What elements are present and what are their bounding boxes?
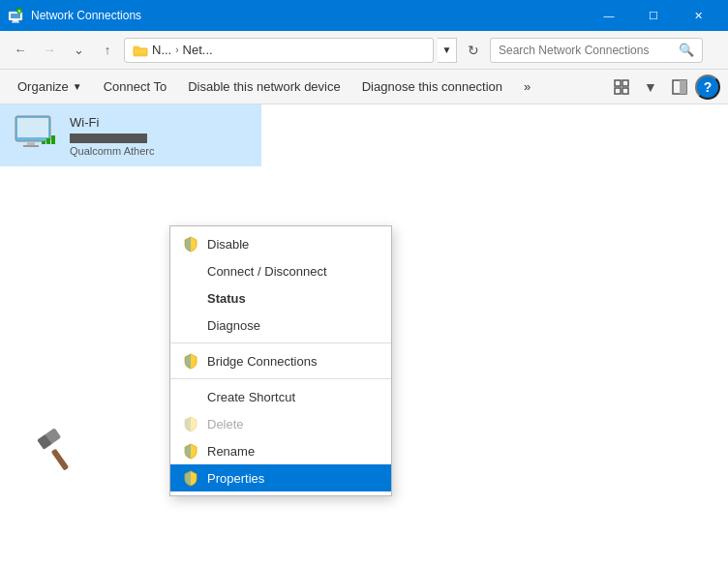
forward-button[interactable]: → <box>37 38 62 63</box>
wifi-icon-container <box>12 112 58 159</box>
down-arrow-button[interactable]: ⌄ <box>66 38 91 63</box>
menu-item-disable[interactable]: Disable <box>170 230 391 257</box>
up-button[interactable]: ↑ <box>95 38 120 63</box>
menu-separator-2 <box>170 378 391 379</box>
pc-icon <box>12 112 58 159</box>
menu-item-diagnose[interactable]: Diagnose <box>170 312 391 339</box>
menu-item-delete-label: Delete <box>207 417 244 431</box>
context-menu: Disable Connect / Disconnect Status Diag… <box>169 225 392 496</box>
hammer-icon <box>29 420 87 478</box>
menu-separator-1 <box>170 342 391 343</box>
wifi-ssid <box>70 134 147 143</box>
view-tiles-button[interactable] <box>608 74 635 101</box>
shield-icon-delete <box>182 415 199 432</box>
svg-rect-8 <box>622 80 628 86</box>
pane-button[interactable] <box>666 74 693 101</box>
title-bar-controls: — ☐ ✕ <box>587 0 720 31</box>
menu-item-connect-disconnect[interactable]: Connect / Disconnect <box>170 257 391 284</box>
menu-item-shortcut[interactable]: Create Shortcut <box>170 383 391 410</box>
svg-rect-7 <box>615 80 621 86</box>
toolbar: Organize ▼ Connect To Disable this netwo… <box>0 70 728 104</box>
menu-item-status-label: Status <box>207 291 246 306</box>
menu-item-properties[interactable]: Properties <box>170 464 391 491</box>
close-button[interactable]: ✕ <box>676 0 720 31</box>
help-button[interactable]: ? <box>695 74 720 100</box>
maximize-button[interactable]: ☐ <box>631 0 676 31</box>
svg-text:N: N <box>18 9 21 14</box>
refresh-button[interactable]: ↻ <box>461 38 486 63</box>
menu-item-shortcut-label: Create Shortcut <box>207 390 295 404</box>
disable-button[interactable]: Disable this network device <box>178 74 350 101</box>
title-bar: N Network Connections — ☐ ✕ <box>0 0 728 31</box>
wifi-adapter: Qualcomm Atherc <box>70 145 250 157</box>
menu-item-rename-label: Rename <box>207 444 255 459</box>
wifi-info: Wi-Fi Qualcomm Atherc <box>70 115 250 157</box>
connect-to-button[interactable]: Connect To <box>94 74 177 101</box>
menu-item-bridge-label: Bridge Connections <box>207 354 317 369</box>
back-button[interactable]: ← <box>8 38 33 63</box>
menu-item-status[interactable]: Status <box>170 284 391 312</box>
folder-icon <box>133 43 148 58</box>
svg-rect-16 <box>23 145 39 147</box>
menu-item-rename[interactable]: Rename <box>170 437 391 464</box>
shield-icon-bridge <box>182 352 199 370</box>
svg-rect-14 <box>17 118 48 137</box>
shield-icon-rename <box>182 442 199 460</box>
minimize-button[interactable]: — <box>587 0 631 31</box>
svg-rect-15 <box>27 141 35 145</box>
svg-rect-1 <box>11 14 20 18</box>
search-icon: 🔍 <box>679 43 694 57</box>
search-input[interactable] <box>499 44 675 57</box>
disable-label: Disable this network device <box>188 79 341 94</box>
menu-item-properties-label: Properties <box>207 471 264 486</box>
svg-rect-17 <box>42 141 46 144</box>
svg-rect-6 <box>134 48 147 54</box>
diagnose-label: Diagnose this connection <box>362 79 502 94</box>
hammer-icon-area <box>29 420 97 488</box>
content-area: Wi-Fi Qualcomm Atherc Disable Connect / … <box>0 104 728 565</box>
wifi-name: Wi-Fi <box>70 115 250 130</box>
more-label: » <box>524 79 531 94</box>
svg-rect-3 <box>12 22 19 23</box>
connect-to-label: Connect To <box>104 79 167 94</box>
svg-rect-9 <box>615 88 621 94</box>
organize-chevron-icon: ▼ <box>73 81 82 92</box>
title-bar-left: N Network Connections <box>8 8 141 23</box>
shield-icon-properties <box>182 469 199 487</box>
pane-icon <box>672 79 687 95</box>
svg-rect-19 <box>51 135 55 144</box>
organize-button[interactable]: Organize ▼ <box>8 74 92 101</box>
diagnose-button[interactable]: Diagnose this connection <box>352 74 512 101</box>
svg-rect-2 <box>13 20 18 22</box>
svg-rect-18 <box>46 138 50 144</box>
organize-label: Organize <box>17 79 69 94</box>
tiles-icon <box>614 79 629 95</box>
more-button[interactable]: » <box>514 74 540 101</box>
shield-icon-disable <box>182 235 199 253</box>
svg-rect-10 <box>622 88 628 94</box>
menu-item-connect-disconnect-label: Connect / Disconnect <box>207 264 327 279</box>
menu-item-bridge[interactable]: Bridge Connections <box>170 347 391 374</box>
menu-item-disable-label: Disable <box>207 237 249 252</box>
address-path[interactable]: N... › Net... <box>124 38 434 63</box>
svg-rect-12 <box>680 80 686 94</box>
path-chevron1: › <box>175 45 178 55</box>
toolbar-right: ▼ ? <box>608 74 720 101</box>
view-dropdown-button[interactable]: ▼ <box>637 74 664 101</box>
path-part2: Net... <box>183 43 213 57</box>
wifi-item[interactable]: Wi-Fi Qualcomm Atherc <box>0 104 261 166</box>
app-icon: N <box>8 8 23 23</box>
address-bar: ← → ⌄ ↑ N... › Net... ▼ ↻ 🔍 <box>0 31 728 70</box>
path-part1: N... <box>152 43 171 57</box>
search-box[interactable]: 🔍 <box>490 38 703 63</box>
svg-rect-20 <box>51 449 70 471</box>
window-title: Network Connections <box>31 9 141 22</box>
address-dropdown-button[interactable]: ▼ <box>438 38 457 63</box>
menu-item-delete[interactable]: Delete <box>170 410 391 437</box>
menu-item-diagnose-label: Diagnose <box>207 318 260 333</box>
